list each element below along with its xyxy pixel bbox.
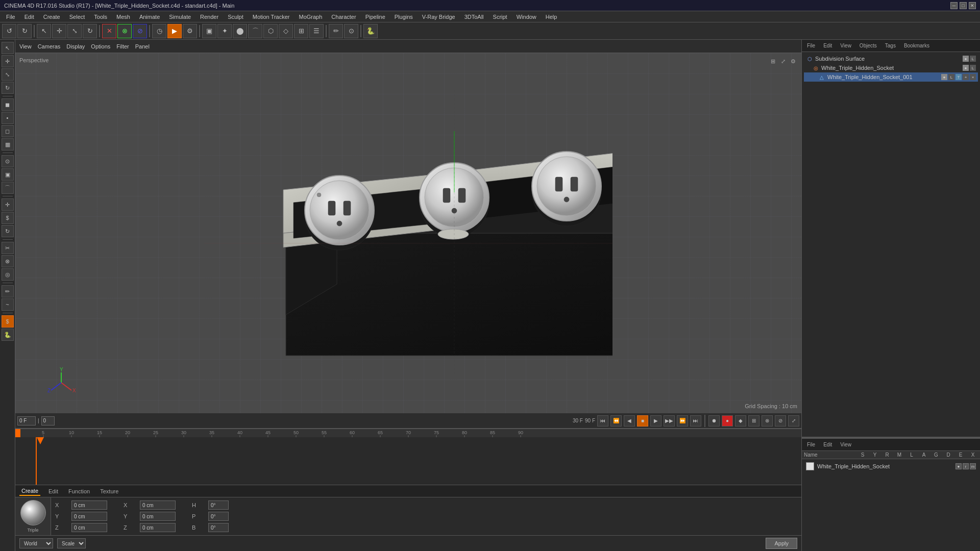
scene-file-menu[interactable]: File xyxy=(805,42,817,49)
menu-edit[interactable]: Edit xyxy=(20,13,38,21)
scene-objects-menu[interactable]: Objects xyxy=(857,42,879,49)
b-input[interactable] xyxy=(208,523,229,532)
tl-schematic[interactable]: ⊗ xyxy=(762,415,773,427)
timeline-track[interactable] xyxy=(15,437,801,485)
left-material[interactable]: $ xyxy=(2,315,14,328)
viewport-menu-display[interactable]: Display xyxy=(66,43,85,49)
transport-stop[interactable]: ■ xyxy=(637,415,648,427)
camera-button[interactable]: ⬤ xyxy=(233,24,247,38)
z2-input[interactable] xyxy=(140,523,176,532)
transport-prev-key[interactable]: ⏪ xyxy=(610,415,622,427)
scene-tags-menu[interactable]: Tags xyxy=(883,42,898,49)
light-button[interactable]: ✦ xyxy=(217,24,232,38)
scene-bookmarks-menu[interactable]: Bookmarks xyxy=(902,42,932,49)
y-axis-button[interactable]: ⊗ xyxy=(117,24,132,38)
viewport-menu-cameras[interactable]: Cameras xyxy=(38,43,61,49)
menu-character[interactable]: Character xyxy=(327,13,360,21)
close-button[interactable]: ✕ xyxy=(969,2,976,9)
menu-vray[interactable]: V-Ray Bridge xyxy=(418,13,459,21)
left-rotate2[interactable]: ↻ xyxy=(2,225,14,237)
move-tool-button[interactable]: ✛ xyxy=(52,24,66,38)
scene-view-menu[interactable]: View xyxy=(838,42,853,49)
left-move-button[interactable]: ✛ xyxy=(2,55,14,67)
transport-prev-frame[interactable]: ◀ xyxy=(624,415,635,427)
tree-lock-btn3[interactable]: L xyxy=(948,74,954,80)
menu-script[interactable]: Script xyxy=(489,13,511,21)
viewport-icon-settings[interactable]: ⚙ xyxy=(789,57,797,65)
transport-end[interactable]: ⏭ xyxy=(690,415,701,427)
menu-mograph[interactable]: MoGraph xyxy=(295,13,326,21)
viewport-menu-filter[interactable]: Filter xyxy=(116,43,129,49)
render-settings-button[interactable]: ⚙ xyxy=(183,24,197,38)
material-item-socket[interactable]: White_Triple_Hidden_Socket ● r m xyxy=(804,461,978,471)
left-select-button[interactable]: ↖ xyxy=(2,42,14,54)
viewport-canvas[interactable]: Perspective ⊞ ⤢ ⚙ xyxy=(15,53,801,413)
left-bridge[interactable]: ⊗ xyxy=(2,255,14,267)
tree-lock-btn[interactable]: L xyxy=(970,56,976,62)
redo-button[interactable]: ↻ xyxy=(17,24,32,38)
select-tool-button[interactable]: ↖ xyxy=(37,24,51,38)
xref-button[interactable]: ☰ xyxy=(309,24,324,38)
current-frame-input[interactable] xyxy=(41,416,55,425)
z-axis-button[interactable]: ⊘ xyxy=(133,24,147,38)
p-input[interactable] xyxy=(208,512,229,521)
tree-lock-btn2[interactable]: L xyxy=(970,65,976,71)
menu-select[interactable]: Select xyxy=(65,13,89,21)
scale-dropdown[interactable]: Scale Size xyxy=(57,538,86,548)
nurbs-button[interactable]: ⬡ xyxy=(263,24,278,38)
menu-animate[interactable]: Animate xyxy=(135,13,164,21)
render-view-button[interactable]: ◷ xyxy=(152,24,166,38)
menu-plugins[interactable]: Plugins xyxy=(390,13,417,21)
deformer-button[interactable]: ◇ xyxy=(279,24,293,38)
render-button[interactable]: ▶ xyxy=(167,24,182,38)
tl-motion-clip[interactable]: ⊞ xyxy=(748,415,760,427)
tree-item-socket-poly[interactable]: △ White_Triple_Hidden_Socket_001 ● L T +… xyxy=(804,72,978,82)
mat-edit-menu[interactable]: Edit xyxy=(821,441,834,448)
transport-next-key[interactable]: ⏩ xyxy=(677,415,688,427)
tab-texture[interactable]: Texture xyxy=(98,487,120,495)
x2-input[interactable] xyxy=(140,500,176,510)
viewport-menu-panel[interactable]: Panel xyxy=(135,43,150,49)
menu-help[interactable]: Help xyxy=(542,13,561,21)
tree-tag-btn[interactable]: T xyxy=(955,74,962,80)
left-rect-selection[interactable]: ▣ xyxy=(2,168,14,181)
left-poly-mode[interactable]: ▦ xyxy=(2,138,14,151)
brush-button[interactable]: ✏ xyxy=(329,24,343,38)
tree-item-subdivision[interactable]: ⬡ Subdivision Surface ● L xyxy=(804,54,978,63)
tree-vis-btn2[interactable]: ● xyxy=(963,65,969,71)
left-rotate-button[interactable]: ↻ xyxy=(2,82,14,94)
transport-next-frame[interactable]: ▶▶ xyxy=(664,415,675,427)
transport-play[interactable]: ▶ xyxy=(650,415,662,427)
viewport-icon-expand[interactable]: ⤢ xyxy=(779,57,787,65)
viewport-menu-options[interactable]: Options xyxy=(91,43,110,49)
mat-btn-s[interactable]: ● xyxy=(955,463,962,469)
menu-file[interactable]: File xyxy=(2,13,19,21)
viewport-menu-view[interactable]: View xyxy=(19,43,32,49)
left-paint[interactable]: ✏ xyxy=(2,285,14,297)
left-edge-mode[interactable]: ◻ xyxy=(2,125,14,137)
python-button[interactable]: 🐍 xyxy=(363,24,378,38)
left-sculpt[interactable]: ~ xyxy=(2,298,14,311)
tl-expand[interactable]: ⤢ xyxy=(788,415,799,427)
tl-record[interactable]: ⏺ xyxy=(708,415,720,427)
tree-vis-btn3[interactable]: ● xyxy=(941,74,947,80)
left-scale-button[interactable]: ⤡ xyxy=(2,68,14,81)
tl-key-button[interactable]: ◆ xyxy=(735,415,746,427)
tl-powertracks[interactable]: ⊘ xyxy=(775,415,786,427)
left-loop[interactable]: ◎ xyxy=(2,268,14,281)
menu-tools[interactable]: Tools xyxy=(90,13,111,21)
left-scale2[interactable]: $ xyxy=(2,212,14,224)
apply-button[interactable]: Apply xyxy=(766,538,797,549)
menu-3dtoall[interactable]: 3DToAll xyxy=(460,13,488,21)
x-axis-button[interactable]: ✕ xyxy=(102,24,116,38)
scale-tool-button[interactable]: ⤡ xyxy=(67,24,82,38)
menu-render[interactable]: Render xyxy=(196,13,223,21)
tab-edit[interactable]: Edit xyxy=(46,487,60,495)
magnet-button[interactable]: ⊙ xyxy=(344,24,358,38)
tree-vis-btn[interactable]: ● xyxy=(963,56,969,62)
mat-btn-r[interactable]: r xyxy=(963,463,969,469)
menu-create[interactable]: Create xyxy=(39,13,64,21)
tree-extra-btn2[interactable]: × xyxy=(970,74,976,80)
y2-input[interactable] xyxy=(140,512,176,521)
scene-edit-menu[interactable]: Edit xyxy=(821,42,834,49)
